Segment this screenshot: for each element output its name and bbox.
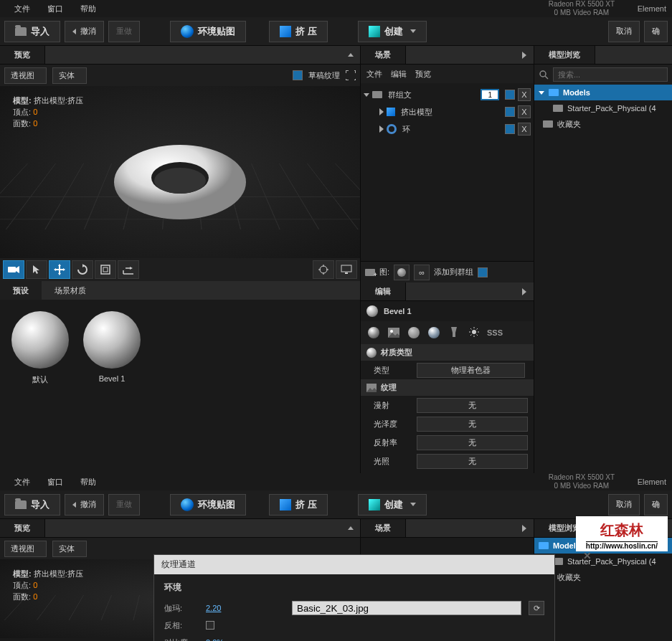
scene-edit[interactable]: 编辑 [391,69,407,80]
cancel-button[interactable]: 取消 [608,21,640,42]
menu-help[interactable]: 帮助 [72,4,105,14]
menu-window[interactable]: 窗口 [39,477,72,488]
create-button[interactable]: 创建 [358,21,427,42]
channel-image[interactable] [387,326,401,340]
preset-default[interactable]: 默认 [11,311,69,385]
tree-group[interactable]: 群组文 1 X [361,86,534,103]
move-tool[interactable] [49,260,70,279]
view-mode-dropdown[interactable]: 透视图 [4,67,47,84]
shader-type-dropdown[interactable]: 物理着色器 [417,363,525,378]
close-icon[interactable]: ✕ [583,550,592,561]
gamma-value[interactable]: 2.20 [206,604,249,612]
envmap-button[interactable]: 环境贴图 [170,21,246,42]
scene-materials-tab[interactable]: 场景材质 [42,281,99,300]
undo-button[interactable]: 撤消 [65,21,104,42]
models-tab[interactable]: 模型浏览 [534,46,595,64]
gloss-value[interactable]: 无 [417,417,528,432]
image-icon [366,384,377,392]
scene-tree: 群组文 1 X 挤出模型 X 环 X [361,83,534,261]
panel-expand[interactable] [518,285,531,298]
viewport-3d[interactable]: 模型: 挤出模型:挤压 顶点: 0 面数: 0 [0,86,360,258]
models-panel-header: 模型浏览 [534,46,672,65]
undo-button[interactable]: 撤消 [65,494,104,516]
rotate-tool[interactable] [72,260,93,279]
delete-button[interactable]: X [518,123,531,136]
popup-section-env: 环境 [164,581,544,594]
add-folder-icon[interactable]: + [365,269,375,276]
delete-button[interactable]: X [518,88,531,101]
main-toolbar: 导入 撤消 重做 环境贴图 挤 压 创建 取消 确 [0,490,672,519]
search-input[interactable] [553,67,668,82]
group-toggle[interactable] [478,267,488,277]
menu-window[interactable]: 窗口 [39,4,72,14]
preset-bevel1[interactable]: Bevel 1 [83,311,141,385]
channel-light[interactable] [467,326,481,340]
anchor-tool[interactable] [118,260,139,279]
type-prop: 类型 物理着色器 [361,361,534,379]
extrude-button[interactable]: 挤 压 [269,21,328,42]
scene-tab[interactable]: 场景 [361,519,406,537]
preview-tab[interactable]: 预览 [0,46,45,64]
panel-collapse[interactable] [344,49,357,62]
draft-toggle[interactable] [293,70,303,80]
diffuse-value[interactable]: 无 [417,398,528,413]
ok-button[interactable]: 确 [644,21,668,42]
models-root[interactable]: Models [534,85,672,100]
channel-metal[interactable] [427,326,441,340]
camera-tool[interactable] [3,260,24,279]
presets-tab[interactable]: 预设 [0,281,42,300]
contrast-value[interactable]: 0.0% [206,638,249,641]
viewport-info: 模型: 挤出模型:挤压 顶点: 0 面数: 0 [13,95,83,129]
menubar: 文件 窗口 帮助 Radeon RX 5500 XT0 MB Video RAM… [0,0,672,17]
ok-button[interactable]: 确 [644,494,668,516]
sphere-btn[interactable] [394,265,410,280]
edit-tab[interactable]: 编辑 [361,282,406,300]
menu-file[interactable]: 文件 [6,477,39,488]
scene-preview[interactable]: 预览 [415,69,431,80]
panel-expand[interactable] [518,49,531,62]
models-starter[interactable]: Starter_Pack_Physical (4 [534,100,672,116]
create-button[interactable]: 创建 [358,494,427,516]
scene-panel-header: 场景 [361,46,534,65]
scene-tab[interactable]: 场景 [361,46,406,64]
redo-button[interactable]: 重做 [108,21,140,42]
menu-file[interactable]: 文件 [6,4,39,14]
monitor-tool[interactable] [336,260,357,279]
illum-value[interactable]: 无 [417,454,528,469]
view-mode-dropdown[interactable]: 透视图 [4,541,47,557]
visibility-toggle[interactable] [505,124,515,134]
scene-file[interactable]: 文件 [366,69,382,80]
menu-help[interactable]: 帮助 [72,477,105,488]
import-button[interactable]: 导入 [4,21,60,42]
channel-basic[interactable] [366,326,381,340]
scale-tool[interactable] [95,260,116,279]
add-to-group-button[interactable]: 添加到群组 [434,267,473,277]
shade-mode-dropdown[interactable]: 实体 [52,541,87,557]
channel-sphere[interactable] [407,326,421,340]
import-button[interactable]: 导入 [4,494,60,516]
channel-sss[interactable]: SSS [487,326,503,340]
draft-label: 草稿纹理 [308,70,340,81]
visibility-toggle[interactable] [505,90,515,100]
invert-checkbox[interactable] [206,621,214,630]
envmap-button[interactable]: 环境贴图 [170,494,246,516]
extrude-button[interactable]: 挤 压 [269,494,328,516]
visibility-toggle[interactable] [505,107,515,117]
link-btn[interactable]: ∞ [414,265,430,280]
cancel-button[interactable]: 取消 [608,494,640,516]
preview-tab[interactable]: 预览 [0,519,45,537]
fullscreen-icon[interactable] [346,70,356,80]
reflect-value[interactable]: 无 [417,435,528,450]
delete-button[interactable]: X [518,105,531,118]
channel-glass[interactable] [447,326,461,340]
scene-footer: + 图: ∞ 添加到群组 [361,261,534,282]
select-tool[interactable] [26,260,47,279]
reload-button[interactable]: ⟳ [529,601,544,615]
models-favorites[interactable]: 收藏夹 [534,116,672,132]
focus-tool[interactable] [313,260,334,279]
shade-mode-dropdown[interactable]: 实体 [52,67,87,84]
tree-extrude-model[interactable]: 挤出模型 X [361,103,534,120]
tree-ring[interactable]: 环 X [361,120,534,138]
texture-file-field[interactable] [292,601,521,615]
redo-button[interactable]: 重做 [108,494,140,516]
